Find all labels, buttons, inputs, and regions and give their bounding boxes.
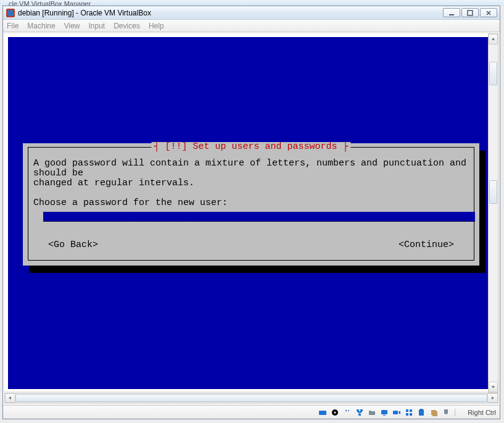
scroll-down-arrow[interactable] bbox=[489, 382, 498, 392]
horizontal-scrollbar[interactable] bbox=[4, 393, 498, 403]
svg-rect-16 bbox=[383, 415, 386, 416]
window-control-buttons bbox=[443, 8, 497, 17]
dialog-frame: ┤ [!!] Set up users and passwords ├ A go… bbox=[28, 147, 474, 261]
horizontal-scroll-thumb[interactable] bbox=[15, 394, 487, 402]
svg-rect-20 bbox=[410, 409, 412, 412]
minimize-button[interactable] bbox=[443, 8, 460, 17]
network-icon[interactable] bbox=[355, 408, 365, 417]
window-titlebar[interactable]: debian [Running] - Oracle VM VirtualBox bbox=[3, 6, 500, 20]
menu-help[interactable]: Help bbox=[149, 22, 164, 30]
svg-rect-25 bbox=[446, 409, 447, 412]
drag-drop-icon[interactable] bbox=[429, 408, 439, 417]
vm-viewport: ┤ [!!] Set up users and passwords ├ A go… bbox=[4, 33, 489, 391]
svg-rect-13 bbox=[360, 409, 363, 411]
mouse-integration-icon[interactable] bbox=[441, 408, 451, 417]
host-key-indicator[interactable]: Right Ctrl bbox=[455, 409, 496, 416]
svg-rect-1 bbox=[7, 10, 14, 16]
menu-file[interactable]: File bbox=[7, 22, 19, 30]
vertical-scroll-thumb-2[interactable] bbox=[489, 180, 497, 204]
virtualbox-vm-window: debian [Running] - Oracle VM VirtualBox … bbox=[2, 6, 500, 419]
maximize-button[interactable] bbox=[461, 8, 479, 17]
svg-marker-5 bbox=[492, 386, 495, 388]
clipboard-icon[interactable] bbox=[416, 408, 426, 417]
horizontal-scroll-track[interactable] bbox=[15, 393, 487, 403]
svg-rect-3 bbox=[468, 10, 473, 15]
dialog-title: ┤ [!!] Set up users and passwords ├ bbox=[151, 142, 350, 152]
svg-rect-12 bbox=[357, 409, 359, 411]
svg-rect-19 bbox=[406, 409, 408, 412]
svg-rect-9 bbox=[320, 414, 321, 414]
svg-rect-21 bbox=[406, 413, 408, 416]
scroll-left-arrow[interactable] bbox=[5, 393, 15, 403]
svg-point-11 bbox=[334, 411, 336, 413]
menu-machine[interactable]: Machine bbox=[27, 22, 55, 30]
background-window-titlebar: cle VM VirtualBox Manager bbox=[0, 0, 504, 6]
scroll-up-arrow[interactable] bbox=[489, 34, 498, 44]
menu-view[interactable]: View bbox=[64, 22, 80, 30]
svg-rect-23 bbox=[419, 409, 424, 416]
usb-icon[interactable] bbox=[342, 408, 352, 417]
svg-rect-15 bbox=[381, 410, 387, 414]
display-icon[interactable] bbox=[379, 408, 389, 417]
go-back-button[interactable]: <Go Back> bbox=[48, 240, 98, 250]
installer-dialog: ┤ [!!] Set up users and passwords ├ A go… bbox=[23, 143, 479, 266]
window-title: debian [Running] - Oracle VM VirtualBox bbox=[18, 9, 443, 17]
hard-disk-icon[interactable] bbox=[318, 408, 328, 417]
svg-rect-22 bbox=[410, 413, 412, 416]
shared-folders-icon[interactable] bbox=[367, 408, 377, 417]
menu-input[interactable]: Input bbox=[89, 22, 105, 30]
svg-marker-18 bbox=[399, 411, 400, 414]
vm-status-bar: Right Ctrl bbox=[3, 405, 500, 419]
guest-screen[interactable]: ┤ [!!] Set up users and passwords ├ A go… bbox=[8, 37, 488, 389]
menu-bar: File Machine View Input Devices Help bbox=[3, 20, 500, 32]
scroll-right-arrow[interactable] bbox=[487, 393, 498, 403]
close-button[interactable] bbox=[480, 8, 497, 17]
svg-marker-4 bbox=[492, 38, 495, 40]
vertical-scrollbar[interactable] bbox=[488, 33, 498, 393]
svg-marker-6 bbox=[9, 396, 11, 400]
continue-button[interactable]: <Continue> bbox=[399, 240, 454, 250]
background-window-title: cle VM VirtualBox Manager bbox=[9, 0, 91, 6]
password-input[interactable] bbox=[43, 212, 475, 222]
recording-icon[interactable] bbox=[392, 408, 402, 417]
svg-rect-24 bbox=[420, 409, 423, 410]
vertical-scroll-thumb[interactable] bbox=[489, 62, 497, 85]
svg-rect-14 bbox=[358, 414, 361, 416]
svg-marker-7 bbox=[492, 396, 494, 400]
audio-icon[interactable] bbox=[404, 408, 414, 417]
dialog-body: A good password will contain a mixture o… bbox=[33, 159, 469, 208]
svg-rect-17 bbox=[393, 411, 398, 414]
vertical-scroll-track[interactable] bbox=[489, 44, 498, 382]
optical-disk-icon[interactable] bbox=[330, 408, 340, 417]
svg-rect-2 bbox=[449, 14, 454, 15]
host-key-label: Right Ctrl bbox=[468, 409, 496, 416]
virtualbox-app-icon bbox=[6, 8, 15, 18]
menu-devices[interactable]: Devices bbox=[114, 22, 140, 30]
